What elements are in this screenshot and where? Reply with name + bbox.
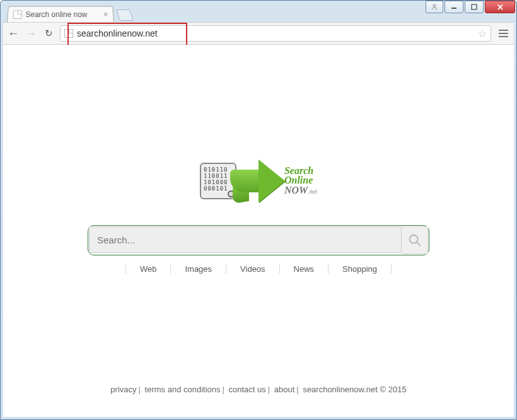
- tab-title: Search online now: [25, 10, 87, 19]
- reload-button[interactable]: ↻: [42, 28, 55, 39]
- cat-shopping[interactable]: Shopping: [328, 264, 392, 274]
- logo-text: Search Online NOW.net: [284, 166, 317, 196]
- search-row: [3, 225, 514, 255]
- footer-terms[interactable]: terms and conditions: [145, 385, 221, 394]
- close-tab-icon[interactable]: ×: [103, 10, 108, 19]
- logo-line3: NOW: [284, 185, 308, 195]
- footer-contact[interactable]: contact us: [229, 385, 266, 394]
- site-logo: 010110 110011 101000 000101 Search Onlin…: [200, 156, 317, 206]
- page-viewport: 010110 110011 101000 000101 Search Onlin…: [3, 45, 514, 417]
- logo-area: 010110 110011 101000 000101 Search Onlin…: [3, 156, 514, 206]
- binary-text: 010110 110011 101000 000101: [204, 166, 228, 192]
- logo-line1: Search: [284, 166, 317, 175]
- browser-toolbar: ← → ↻ searchonlinenow.net ☆: [3, 22, 514, 45]
- svg-point-0: [433, 4, 436, 7]
- browser-tab[interactable]: Search online now ×: [7, 6, 114, 22]
- search-icon: [408, 233, 422, 247]
- minimize-button[interactable]: [444, 1, 463, 13]
- search-input[interactable]: [89, 226, 402, 253]
- new-tab-button[interactable]: [116, 9, 134, 21]
- page-icon: [64, 29, 73, 38]
- cat-web[interactable]: Web: [125, 264, 171, 274]
- cat-news[interactable]: News: [279, 264, 328, 274]
- arrow-icon: [230, 156, 287, 206]
- address-bar[interactable]: searchonlinenow.net ☆: [60, 25, 491, 42]
- cat-images[interactable]: Images: [170, 264, 226, 274]
- search-button[interactable]: [402, 226, 428, 254]
- page-icon: [13, 10, 22, 19]
- logo-suffix: .net: [308, 188, 317, 195]
- maximize-button[interactable]: [465, 1, 484, 13]
- tab-strip: Search online now ×: [7, 6, 132, 22]
- svg-line-4: [416, 242, 420, 246]
- window-close-button[interactable]: ✕: [485, 1, 515, 13]
- bookmark-star-icon[interactable]: ☆: [478, 28, 487, 40]
- category-links: Web Images Videos News Shopping: [3, 264, 514, 274]
- user-button[interactable]: [426, 1, 443, 13]
- footer-copyright: searchonlinenow.net © 2015: [303, 385, 406, 394]
- menu-button[interactable]: [496, 30, 510, 37]
- svg-rect-2: [472, 4, 477, 9]
- footer-about[interactable]: about: [274, 385, 295, 394]
- forward-button[interactable]: →: [25, 27, 37, 40]
- cat-videos[interactable]: Videos: [226, 264, 279, 274]
- url-text: searchonlinenow.net: [77, 28, 158, 38]
- footer: privacy| terms and conditions| contact u…: [3, 385, 514, 394]
- logo-line2: Online: [284, 175, 317, 185]
- footer-privacy[interactable]: privacy: [110, 385, 136, 394]
- browser-window: Search online now × ✕ ← → ↻ searchonline…: [0, 0, 517, 420]
- search-container: [88, 225, 429, 255]
- back-button[interactable]: ←: [7, 27, 20, 40]
